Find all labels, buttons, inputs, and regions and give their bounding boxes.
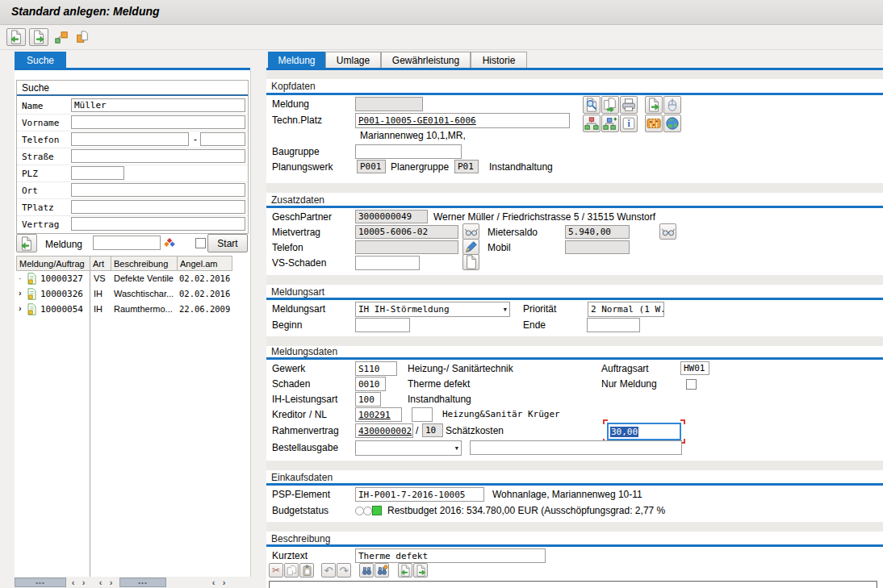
scroll-left-button[interactable]: ‹ (208, 578, 219, 587)
row-expander[interactable]: › (19, 288, 22, 298)
row-art: VS (94, 273, 106, 283)
print-button[interactable] (620, 96, 638, 114)
row-expander[interactable]: · (19, 273, 22, 283)
psp-element-input[interactable]: IH-P001-7-2016-10005 (355, 487, 484, 502)
schaden-label: Schaden (272, 378, 310, 390)
table-row[interactable]: › 10000326 IH Waschtischar... 02.02.2016 (16, 286, 232, 302)
refresh-button[interactable] (16, 234, 37, 252)
import-doc-button[interactable] (6, 28, 26, 46)
meldungsart-select[interactable]: IH IH-Störmeldung▼ (355, 302, 510, 317)
baugruppe-input[interactable] (355, 144, 462, 159)
long-text-editor[interactable] (269, 581, 877, 588)
cut-button[interactable]: ✂ (269, 563, 283, 578)
display-mietvertrag-button[interactable] (462, 223, 479, 240)
vorname-input[interactable] (71, 115, 245, 129)
column-header-angel-am[interactable]: Angel.am (178, 256, 232, 271)
scroll-right-button[interactable]: › (78, 578, 89, 587)
row-expander[interactable]: › (19, 303, 22, 313)
paste-button[interactable] (299, 563, 314, 578)
column-header-beschreibung[interactable]: Beschreibung (111, 256, 178, 271)
suche-title-rule (17, 94, 248, 96)
ih-leistungsart-input[interactable]: 100 (355, 392, 381, 407)
scroll-right-button[interactable]: › (106, 578, 116, 587)
hierarchy-button[interactable] (583, 115, 601, 132)
rahmenvertrag-input[interactable]: 4300000002 (355, 423, 413, 438)
nur-meldung-checkbox[interactable] (686, 379, 697, 390)
vertrag-input[interactable] (71, 217, 245, 231)
rahmenvertrag-pos-field: 10 (422, 423, 443, 437)
paste-buffer-button[interactable] (398, 563, 412, 578)
kurztext-input[interactable]: Therme defekt (355, 548, 546, 563)
start-button[interactable]: Start (207, 234, 248, 252)
bestellausgabe-select[interactable]: ▼ (355, 440, 462, 456)
tab-historie[interactable]: Historie (471, 52, 527, 69)
column-header-meldung-auftrag[interactable]: Meldung/Auftrag (16, 256, 90, 271)
kreditor-nl-input[interactable] (412, 407, 433, 422)
table-row[interactable]: · 10000327 VS Defekte Ventile 02.02.2016 (16, 271, 232, 286)
copy-doc-button[interactable] (601, 96, 619, 114)
vorname-label: Vorname (22, 118, 59, 128)
kreditor-input[interactable]: 100291 (355, 407, 402, 422)
abacus-button[interactable] (645, 115, 663, 132)
gewerk-label: Gewerk (272, 363, 305, 374)
save-text-button[interactable] (413, 563, 428, 578)
telefon-input[interactable] (71, 132, 189, 146)
beginn-label: Beginn (272, 319, 302, 331)
tab-meldung[interactable]: Meldung (268, 52, 325, 69)
meldung-search-input[interactable] (93, 236, 161, 250)
schaden-input[interactable]: 0010 (355, 377, 386, 391)
copy-object-button[interactable] (73, 28, 92, 46)
schaetzkosten-input[interactable]: 30,00 (607, 423, 681, 440)
ort-label: Ort (22, 186, 38, 196)
find-next-button[interactable] (375, 563, 389, 578)
h-scrollbar-thumb[interactable]: ••• (119, 578, 166, 587)
row-nummer[interactable]: 10000054 (40, 304, 83, 315)
export-doc-icon (31, 30, 46, 44)
column-header-art[interactable]: Art (90, 256, 111, 271)
goto-doc-button[interactable] (645, 96, 663, 114)
tab-umlage[interactable]: Umlage (325, 52, 381, 69)
redo-button[interactable]: ↷ (337, 563, 351, 578)
mouse-button[interactable] (663, 96, 681, 114)
plz-input[interactable] (71, 166, 124, 180)
new-doc-button[interactable] (462, 254, 479, 270)
telefon-ext-input[interactable] (200, 132, 245, 146)
vs-schaden-input[interactable] (355, 256, 420, 270)
prioritaet-select[interactable]: 2 Normal (1 W...▼ (588, 302, 664, 317)
tab-gewaehrleistung[interactable]: Gewährleistung (381, 52, 471, 69)
find-button[interactable] (359, 563, 374, 578)
globe-button[interactable] (663, 115, 681, 132)
transfer-objects-button[interactable] (52, 28, 71, 46)
row-angelegt-am: 02.02.2016 (179, 289, 230, 298)
h-scrollbar-thumb[interactable]: ••• (15, 578, 66, 587)
display-mietersaldo-button[interactable] (659, 223, 676, 240)
export-doc-button[interactable] (29, 28, 48, 46)
ende-input[interactable] (587, 318, 640, 332)
row-nummer[interactable]: 10000327 (40, 273, 83, 284)
name-input[interactable]: Müller (71, 98, 245, 112)
bestellausgabe-text-input[interactable] (470, 440, 682, 455)
hierarchy-new-button[interactable] (601, 115, 619, 132)
edit-button[interactable] (462, 239, 479, 255)
scroll-right-button[interactable]: › (219, 578, 229, 587)
start-checkbox[interactable] (195, 238, 206, 248)
scroll-left-button[interactable]: ‹ (95, 578, 106, 587)
paste-buffer-icon (400, 565, 412, 577)
beginn-input[interactable] (355, 318, 410, 332)
tab-suche[interactable]: Suche (15, 52, 66, 69)
search-button[interactable] (583, 96, 601, 114)
techn-platz-input[interactable]: P001-10005-GE0101-6006 (355, 113, 570, 128)
table-row[interactable]: › 10000054 IH Raumthermo... 22.06.2009 (16, 302, 232, 317)
scroll-left-button[interactable]: ‹ (68, 578, 78, 587)
copy-button[interactable] (284, 563, 299, 578)
tplatz-input[interactable] (71, 200, 245, 214)
strasse-input[interactable] (71, 149, 245, 163)
selection-options-button[interactable] (162, 236, 178, 251)
undo-button[interactable]: ↶ (321, 563, 336, 578)
ort-input[interactable] (71, 183, 245, 197)
auftragsart-field[interactable]: HW01 (680, 361, 709, 375)
info-button[interactable] (620, 115, 638, 132)
bestellausgabe-label: Bestellausgabe (272, 442, 338, 453)
gewerk-input[interactable]: S110 (355, 361, 397, 376)
row-nummer[interactable]: 10000326 (40, 289, 83, 299)
